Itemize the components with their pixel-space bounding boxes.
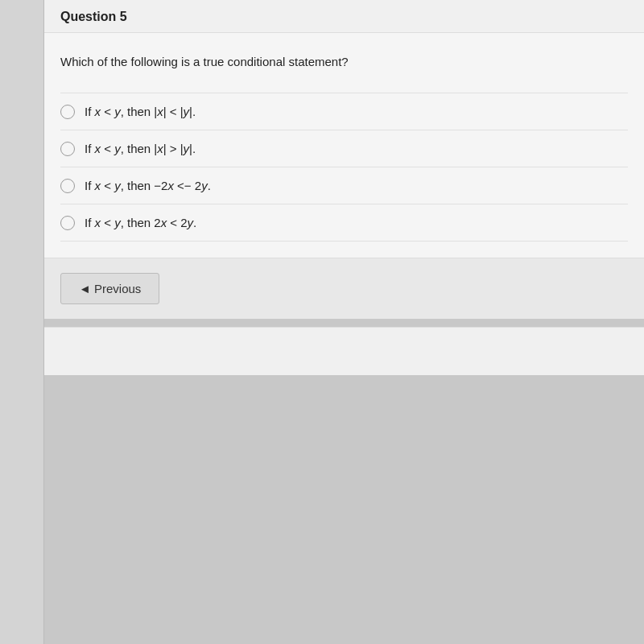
option-a[interactable]: If x < y, then |x| < |y|. <box>60 93 628 130</box>
radio-d[interactable] <box>60 216 75 230</box>
option-b[interactable]: If x < y, then |x| > |y|. <box>60 130 628 167</box>
previous-button[interactable]: ◄ Previous <box>60 273 159 304</box>
spacer-gray <box>44 375 644 644</box>
option-d-text: If x < y, then 2x < 2y. <box>85 214 196 231</box>
options-list: If x < y, then |x| < |y|. If x < y, then… <box>60 93 628 242</box>
radio-b[interactable] <box>60 142 75 156</box>
option-b-text: If x < y, then |x| > |y|. <box>85 140 196 157</box>
radio-c[interactable] <box>60 179 75 193</box>
radio-a[interactable] <box>60 105 75 119</box>
option-c-text: If x < y, then −2x <− 2y. <box>85 177 211 194</box>
question-card: Question 5 Which of the following is a t… <box>44 0 644 258</box>
option-a-text: If x < y, then |x| < |y|. <box>85 103 196 120</box>
question-text: Which of the following is a true conditi… <box>60 53 628 70</box>
question-header: Question 5 <box>44 0 644 33</box>
navigation-area: ◄ Previous <box>44 258 644 319</box>
main-content: Question 5 Which of the following is a t… <box>44 0 644 644</box>
question-title: Question 5 <box>60 10 127 23</box>
left-sidebar <box>0 0 44 644</box>
page-wrapper: Question 5 Which of the following is a t… <box>0 0 644 644</box>
option-d[interactable]: If x < y, then 2x < 2y. <box>60 204 628 242</box>
question-body: Which of the following is a true conditi… <box>44 33 644 258</box>
option-c[interactable]: If x < y, then −2x <− 2y. <box>60 167 628 204</box>
bottom-card <box>44 327 644 375</box>
